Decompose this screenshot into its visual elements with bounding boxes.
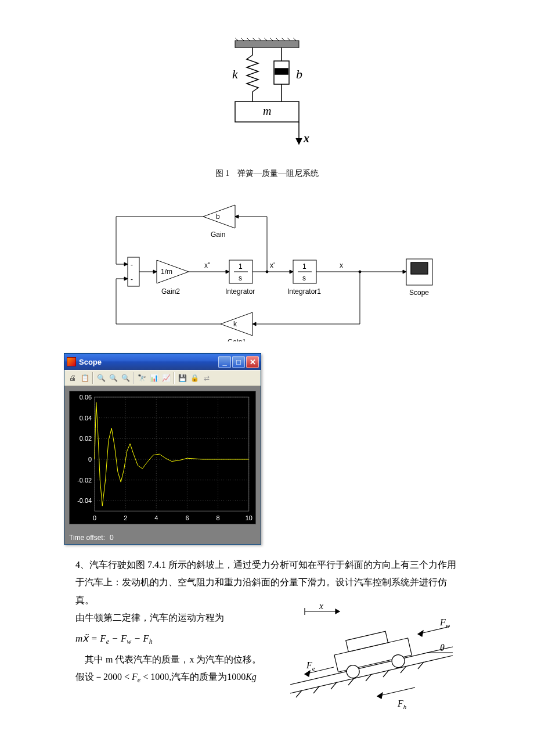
Fe-label: Fe [306, 660, 315, 672]
label-x: x [303, 132, 309, 145]
svg-text:2: 2 [124, 514, 127, 521]
scope-title: Scope [79, 358, 218, 366]
svg-point-44 [266, 271, 268, 273]
svg-text:6: 6 [185, 514, 189, 521]
svg-marker-48 [124, 262, 128, 266]
Fh-label: Fh [397, 699, 407, 710]
scope-status-bar: Time offset: 0 [64, 531, 261, 544]
svg-rect-57 [70, 391, 254, 524]
figure-1-caption: 图 1 弹簧—质量—阻尼系统 [215, 168, 319, 179]
svg-line-4 [252, 38, 255, 41]
close-button[interactable]: ✕ [246, 356, 259, 368]
floppy-icon[interactable]: 💾 [176, 372, 188, 384]
simulink-diagram: b Gain - - 1/m Gain2 1 s Integrator 1 [0, 190, 534, 341]
params-icon[interactable]: 📋 [79, 372, 91, 384]
svg-text:0.02: 0.02 [80, 435, 92, 442]
svg-marker-56 [124, 277, 128, 280]
svg-line-8 [276, 38, 279, 41]
svg-text:-: - [131, 261, 133, 269]
zoom-y-icon[interactable]: 🔍 [120, 372, 131, 384]
maximize-button[interactable]: □ [232, 356, 245, 368]
lock-icon[interactable]: 🔒 [189, 372, 200, 384]
scope-toolbar: 🖨 📋 🔍 🔍 🔍 🔭 📊 📈 💾 🔒 ⇄ [64, 370, 261, 386]
problem-4-p2: 由牛顿第二定律，汽车的运动方程为 [75, 609, 279, 627]
signal-xd: x' [270, 261, 275, 269]
svg-marker-85 [335, 609, 340, 614]
figure-1: k b m x 图 1 弹簧—质量—阻尼系统 [0, 35, 534, 179]
time-offset-value: 0 [110, 534, 114, 542]
gain-1m-label: Gain2 [161, 287, 180, 296]
theta-label: θ [440, 643, 445, 653]
signal-x: x [340, 261, 343, 269]
int2-num: 1 [302, 262, 306, 271]
svg-text:10: 10 [246, 514, 252, 521]
gain-b-value: b [216, 213, 220, 221]
svg-marker-34 [153, 270, 157, 273]
matlab-icon [67, 357, 76, 366]
toolbar-separator [92, 372, 93, 384]
int1-den: s [239, 274, 242, 282]
gain-k-label: Gain1 [228, 338, 246, 341]
svg-marker-51 [252, 322, 256, 326]
print-icon[interactable]: 🖨 [67, 372, 78, 384]
settings-icon[interactable]: ⇄ [201, 372, 212, 384]
svg-line-1 [235, 38, 238, 41]
label-b: b [296, 67, 302, 81]
svg-marker-36 [226, 270, 229, 273]
svg-marker-106 [377, 693, 383, 699]
gain-k-value: k [233, 320, 237, 328]
scope-label: Scope [409, 289, 429, 297]
svg-text:4: 4 [154, 514, 158, 521]
svg-rect-16 [275, 69, 288, 74]
scope-window: Scope _ □ ✕ 🖨 📋 🔍 🔍 🔍 🔭 📊 📈 💾 [64, 353, 261, 545]
car-on-slope-diagram: x θ [284, 603, 459, 719]
problem-4-p1: 4、汽车行驶如图 7.4.1 所示的斜坡上，通过受力分析可知在平行于斜面的方向上… [75, 556, 459, 609]
car-x-label: x [319, 603, 323, 611]
gain-1m-value: 1/m [161, 268, 172, 276]
svg-rect-32 [411, 262, 428, 274]
svg-text:0.04: 0.04 [80, 415, 92, 422]
zoom-in-icon[interactable]: 🔍 [95, 372, 107, 384]
svg-line-6 [264, 38, 267, 41]
svg-marker-43 [235, 215, 239, 218]
svg-rect-21 [128, 257, 139, 286]
svg-marker-38 [290, 270, 293, 273]
label-m: m [263, 105, 271, 117]
equation-of-motion: mẍ = Fe − Fw − Fh [75, 629, 279, 649]
autoscale-icon[interactable]: 📊 [148, 372, 160, 384]
svg-line-105 [377, 687, 415, 696]
Fw-label: Fw [439, 617, 450, 629]
svg-text:-: - [131, 275, 133, 283]
svg-line-5 [258, 38, 261, 41]
svg-text:8: 8 [217, 514, 220, 521]
svg-line-11 [293, 38, 296, 41]
svg-text:-0.04: -0.04 [77, 497, 92, 504]
svg-line-10 [287, 38, 290, 41]
svg-point-52 [359, 271, 361, 273]
problem-4-p4: 假设－2000 < Fe < 1000,汽车的质量为1000Kg [75, 668, 279, 687]
int1-num: 1 [239, 262, 243, 271]
toolbar-separator [133, 372, 134, 384]
time-offset-label: Time offset: [69, 534, 105, 542]
svg-line-9 [282, 38, 284, 41]
svg-marker-40 [403, 270, 406, 273]
scope-body: 0246810-0.04-0.0200.020.040.06 [64, 386, 261, 531]
binoculars-icon[interactable]: 🔭 [136, 372, 147, 384]
scope-plot: 0246810-0.04-0.0200.020.040.06 [69, 391, 256, 524]
problem-4: 4、汽车行驶如图 7.4.1 所示的斜坡上，通过受力分析可知在平行于斜面的方向上… [75, 556, 459, 720]
toolbar-separator [174, 372, 175, 384]
svg-marker-104 [418, 631, 423, 636]
svg-line-7 [270, 38, 273, 41]
gain-b-label: Gain [211, 231, 225, 239]
int2-den: s [302, 274, 306, 282]
spring-mass-damper-diagram: k b m x [203, 35, 331, 163]
restore-icon[interactable]: 📈 [160, 372, 172, 384]
svg-line-3 [247, 38, 250, 41]
svg-line-2 [241, 38, 244, 41]
zoom-x-icon[interactable]: 🔍 [107, 372, 119, 384]
minimize-button[interactable]: _ [218, 356, 231, 368]
svg-text:0: 0 [88, 456, 92, 463]
int2-label: Integrator1 [287, 287, 321, 296]
int1-label: Integrator [225, 287, 255, 296]
label-k: k [232, 67, 239, 81]
